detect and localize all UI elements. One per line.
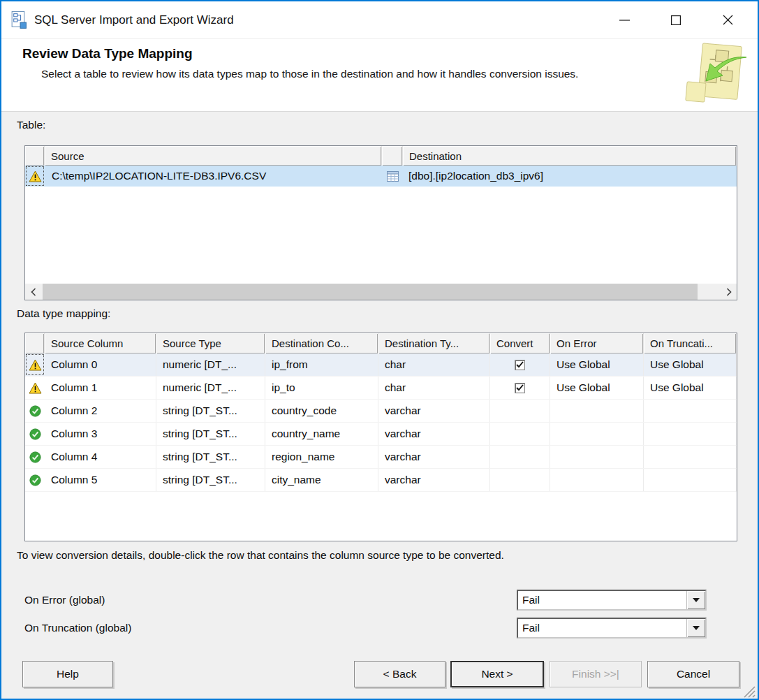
grid-header-status[interactable] <box>25 333 45 353</box>
on-truncation-cell[interactable] <box>644 400 737 422</box>
grid-header-source-column[interactable]: Source Column <box>45 333 156 353</box>
success-icon <box>29 474 41 486</box>
close-button[interactable] <box>702 1 753 38</box>
grid-header-destination-type[interactable]: Destination Ty... <box>378 333 490 353</box>
destination-column-cell: city_name <box>265 469 378 491</box>
destination-type-cell: varchar <box>378 446 490 468</box>
row-status-cell <box>25 469 45 491</box>
source-type-cell: string [DT_ST... <box>156 423 265 445</box>
back-button[interactable]: < Back <box>354 661 445 687</box>
source-column-cell: Column 1 <box>45 377 156 399</box>
minimize-icon <box>619 20 630 21</box>
page-description: Select a table to review how its data ty… <box>41 66 614 82</box>
convert-cell[interactable] <box>490 423 550 445</box>
row-status-cell <box>25 446 45 468</box>
mapping-row[interactable]: Column 1 numeric [DT_... ip_to char Use … <box>25 377 737 400</box>
on-error-cell[interactable] <box>550 400 644 422</box>
destination-icon-cell <box>382 171 403 182</box>
table-label: Table: <box>17 119 45 131</box>
source-file-path: C:\temp\IP2LOCATION-LITE-DB3.IPV6.CSV <box>45 170 382 182</box>
mapping-row[interactable]: Column 3 string [DT_ST... country_name v… <box>25 423 737 446</box>
convert-checkbox[interactable] <box>515 360 525 370</box>
on-truncation-global-label: On Truncation (global) <box>24 622 131 634</box>
chevron-left-icon <box>31 288 36 296</box>
next-button[interactable]: Next > <box>450 661 544 687</box>
check-icon <box>516 384 524 391</box>
table-header-status[interactable] <box>25 146 45 166</box>
wizard-step-header: Review Data Type Mapping Select a table … <box>1 39 758 112</box>
maximize-button[interactable] <box>650 1 702 38</box>
minimize-button[interactable] <box>598 1 650 38</box>
on-error-cell[interactable] <box>550 446 644 468</box>
on-truncation-cell[interactable] <box>644 446 737 468</box>
caret-down-icon <box>693 598 700 602</box>
page-title: Review Data Type Mapping <box>22 46 193 61</box>
on-truncation-cell[interactable] <box>644 469 737 491</box>
scrollbar-track[interactable] <box>41 284 721 300</box>
horizontal-scrollbar[interactable] <box>25 284 737 300</box>
resize-grip-icon[interactable] <box>742 684 756 698</box>
on-error-global-value: Fail <box>518 591 686 609</box>
destination-table-name: [dbo].[ip2location_db3_ipv6] <box>403 170 737 182</box>
conversion-hint: To view conversion details, double-click… <box>17 549 504 562</box>
destination-column-cell: region_name <box>265 446 378 468</box>
grid-header-on-error[interactable]: On Error <box>550 333 644 353</box>
on-error-global-select[interactable]: Fail <box>517 590 707 611</box>
on-error-cell[interactable]: Use Global <box>550 353 644 376</box>
data-mapping-icon <box>675 42 748 109</box>
row-status-cell <box>25 400 45 422</box>
destination-type-cell: varchar <box>378 469 490 491</box>
convert-cell[interactable] <box>490 377 550 399</box>
mapping-row[interactable]: Column 4 string [DT_ST... region_name va… <box>25 446 737 469</box>
grid-header-convert[interactable]: Convert <box>490 333 550 353</box>
grid-header-source-type[interactable]: Source Type <box>156 333 265 353</box>
maximize-icon <box>671 15 681 25</box>
grid-header-on-truncation[interactable]: On Truncati... <box>644 333 737 353</box>
row-status-cell <box>25 423 45 445</box>
on-truncation-cell[interactable]: Use Global <box>644 353 737 376</box>
on-error-cell[interactable] <box>550 423 644 445</box>
caret-down-icon <box>693 626 700 630</box>
convert-cell[interactable] <box>490 469 550 491</box>
mapping-label: Data type mapping: <box>17 307 110 320</box>
warning-icon <box>29 382 42 394</box>
on-truncation-cell[interactable]: Use Global <box>644 377 737 399</box>
convert-cell[interactable] <box>490 400 550 422</box>
table-list: Source Destination C:\temp\IP2LOCATION-L… <box>24 145 737 300</box>
scrollbar-thumb[interactable] <box>43 284 698 300</box>
on-error-cell[interactable] <box>550 469 644 491</box>
convert-checkbox[interactable] <box>515 383 525 393</box>
mapping-row[interactable]: Column 5 string [DT_ST... city_name varc… <box>25 469 737 492</box>
finish-button: Finish >>| <box>550 661 642 687</box>
mapping-row[interactable]: Column 2 string [DT_ST... country_code v… <box>25 400 737 423</box>
on-truncation-cell[interactable] <box>644 423 737 445</box>
source-column-cell: Column 4 <box>45 446 156 468</box>
destination-type-cell: char <box>378 377 490 399</box>
scroll-right-button[interactable] <box>721 284 737 300</box>
table-header-source[interactable]: Source <box>45 146 382 166</box>
on-truncation-global-select[interactable]: Fail <box>517 618 707 639</box>
source-column-cell: Column 3 <box>45 423 156 445</box>
wizard-app-icon <box>10 10 28 29</box>
source-column-cell: Column 2 <box>45 400 156 422</box>
source-type-cell: string [DT_ST... <box>156 400 265 422</box>
wizard-window: SQL Server Import and Export Wizard Revi… <box>0 0 759 700</box>
on-truncation-global-value: Fail <box>518 619 686 637</box>
convert-cell[interactable] <box>490 353 550 376</box>
table-row[interactable]: C:\temp\IP2LOCATION-LITE-DB3.IPV6.CSV [d… <box>25 166 737 187</box>
on-error-cell[interactable]: Use Global <box>550 377 644 399</box>
row-status-cell <box>25 377 45 399</box>
on-error-dropdown-button[interactable] <box>686 591 705 609</box>
table-header-spacer[interactable] <box>382 146 403 166</box>
on-truncation-dropdown-button[interactable] <box>686 619 705 637</box>
warning-icon <box>29 359 42 371</box>
destination-column-cell: country_name <box>265 423 378 445</box>
grid-header-destination-column[interactable]: Destination Co... <box>265 333 378 353</box>
cancel-button[interactable]: Cancel <box>647 661 739 687</box>
source-type-cell: string [DT_ST... <box>156 446 265 468</box>
table-header-destination[interactable]: Destination <box>403 146 737 166</box>
help-button[interactable]: Help <box>22 661 113 687</box>
scroll-left-button[interactable] <box>25 284 41 300</box>
convert-cell[interactable] <box>490 446 550 468</box>
mapping-row[interactable]: Column 0 numeric [DT_... ip_from char Us… <box>25 353 737 377</box>
